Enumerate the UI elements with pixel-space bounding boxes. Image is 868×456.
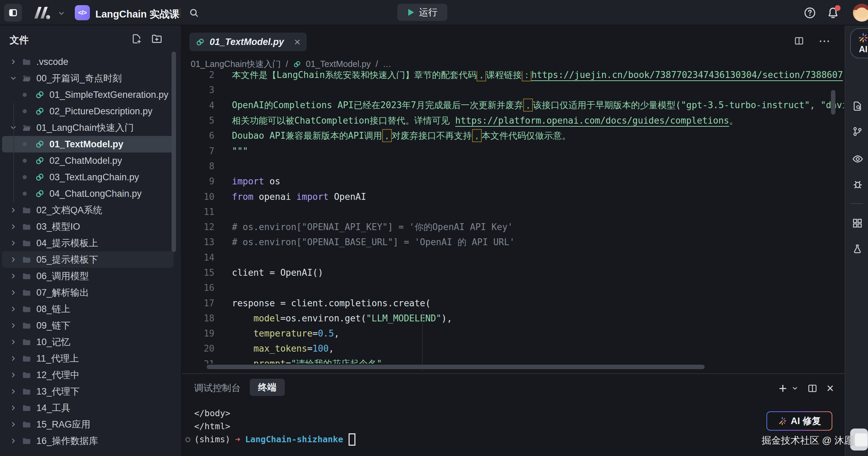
tree-item[interactable]: 03_TextLangChain.py [2, 169, 174, 185]
chevron-down-icon[interactable] [8, 75, 19, 82]
user-avatar[interactable] [853, 4, 868, 22]
chevron-right-icon[interactable] [8, 223, 19, 230]
line-content: response = client.completions.create( [232, 298, 431, 308]
horizontal-scrollbar[interactable] [207, 365, 705, 369]
logo-chevron-down-icon[interactable] [58, 10, 65, 17]
file-search-icon[interactable] [852, 100, 863, 112]
breadcrumb-more[interactable]: … [383, 59, 391, 69]
ai-assistant-button[interactable]: AI [850, 28, 868, 58]
ai-fix-button[interactable]: AI 修复 [766, 411, 832, 431]
chevron-right-icon[interactable] [8, 305, 19, 313]
tree-item[interactable]: 08_链上 [2, 301, 174, 317]
line-content: import os [232, 176, 280, 186]
folder-icon [21, 255, 32, 264]
breadcrumb-file[interactable]: 01_TextModel.py [306, 59, 371, 69]
search-icon[interactable] [189, 8, 199, 18]
tree-item[interactable]: 09_链下 [2, 317, 174, 334]
code-editor[interactable]: 01_TextModel.py × ⋯ 01_LangChain快速入门 / 0… [182, 25, 845, 373]
code-viewport[interactable]: 2本文件是【LangChain系统安装和快速入门】章节的配套代码，课程链接：ht… [182, 71, 844, 364]
chevron-right-icon[interactable] [8, 355, 19, 362]
vertical-scrollbar[interactable] [831, 90, 835, 115]
tree-item[interactable]: 16_操作数据库 [2, 433, 174, 449]
tree-item[interactable]: 02_PictureDescription.py [2, 103, 174, 119]
split-editor-icon[interactable] [794, 36, 804, 46]
folder-glyph [22, 74, 31, 83]
chevron-right-icon[interactable] [8, 404, 19, 412]
breadcrumb-folder[interactable]: 01_LangChain快速入门 [191, 58, 281, 70]
lab-flask-icon[interactable] [852, 243, 863, 255]
code-token: os [264, 176, 280, 186]
chevron-right-icon[interactable] [8, 256, 19, 263]
new-file-icon[interactable] [131, 33, 142, 45]
chevron-right-icon[interactable] [8, 206, 19, 214]
chevron-right-icon[interactable] [8, 388, 19, 395]
tab-close-icon[interactable]: × [294, 36, 301, 47]
close-panel-icon[interactable]: × [826, 382, 834, 395]
run-button[interactable]: 运行 [397, 4, 447, 21]
terminal-chevron-down-icon[interactable] [791, 385, 798, 392]
code-line: 17response = client.completions.create( [182, 295, 844, 310]
code-token: 对废弃接口不再支持 [392, 130, 472, 141]
chevron-right-icon[interactable] [8, 371, 19, 379]
code-token: ， [382, 129, 392, 142]
code-line: 8 [182, 159, 844, 174]
tree-item[interactable]: 05_提示模板下 [2, 251, 174, 268]
project-chevron-down-icon[interactable] [164, 10, 172, 17]
chevron-right-icon[interactable] [8, 421, 19, 428]
preview-eye-icon[interactable] [852, 153, 864, 165]
tree-item[interactable]: 01_TextModel.py [2, 136, 174, 152]
chevron-right-icon[interactable] [8, 338, 19, 346]
tree-item[interactable]: 01_LangChain快速入门 [2, 119, 174, 136]
topbar-divider [180, 8, 180, 18]
extensions-grid-icon[interactable] [852, 218, 863, 229]
chevron-right-icon[interactable] [8, 437, 19, 445]
tree-item[interactable]: .vscode [2, 54, 174, 70]
line-content: from openai import OpenAI [232, 192, 366, 202]
new-terminal-icon[interactable]: + [779, 381, 787, 395]
tree-item[interactable]: 12_代理中 [2, 367, 174, 383]
ai-fix-label: AI 修复 [791, 415, 821, 427]
notifications-button[interactable] [826, 6, 841, 21]
tree-item[interactable]: 03_模型IO [2, 218, 174, 235]
chevron-glyph [10, 338, 17, 346]
tree-item[interactable]: 15_RAG应用 [2, 416, 174, 433]
tree-item[interactable]: 00_开篇词_奇点时刻 [2, 70, 174, 87]
code-token: import [296, 192, 329, 202]
tab-debug-console[interactable]: 调试控制台 [194, 382, 241, 394]
sidebar-scrollbar[interactable] [172, 52, 176, 252]
line-content: max_tokens=100, [232, 343, 334, 354]
tree-item[interactable]: 01_SimpleTextGeneration.py [2, 87, 174, 103]
tree-item[interactable]: 11_代理上 [2, 350, 174, 367]
tree-item[interactable]: 14_工具 [2, 400, 174, 416]
editor-tab[interactable]: 01_TextModel.py × [189, 33, 307, 51]
tab-terminal[interactable]: 终端 [250, 379, 285, 396]
split-panel-icon[interactable] [807, 383, 818, 394]
chevron-right-icon[interactable] [8, 322, 19, 329]
tree-item[interactable]: 04_ChatLongChain.py [2, 185, 174, 202]
tree-item[interactable]: 04_提示模板上 [2, 235, 174, 251]
terminal-output[interactable]: </body></html>(shims)➜LangChain-shizhank… [194, 407, 355, 446]
chevron-glyph [10, 272, 17, 280]
tree-item[interactable]: 07_解析输出 [2, 284, 174, 301]
git-branch-icon[interactable] [852, 126, 863, 137]
code-line: 9import os [182, 174, 844, 189]
tree-item[interactable]: 02_文档QA系统 [2, 202, 174, 218]
folder-glyph [22, 436, 31, 446]
chevron-right-icon[interactable] [8, 58, 19, 66]
more-actions-icon[interactable]: ⋯ [819, 37, 831, 44]
chevron-right-icon[interactable] [8, 239, 19, 247]
tree-item[interactable]: 13_代理下 [2, 383, 174, 400]
app-logo[interactable] [33, 5, 53, 20]
debug-bug-icon[interactable] [852, 179, 864, 190]
tree-item[interactable]: 02_ChatModel.py [2, 152, 174, 169]
chevron-glyph [10, 239, 17, 247]
folder-icon [21, 206, 32, 215]
chevron-right-icon[interactable] [8, 289, 19, 296]
tree-item[interactable]: 06_调用模型 [2, 268, 174, 284]
chevron-right-icon[interactable] [8, 272, 19, 280]
help-icon[interactable] [804, 7, 816, 19]
tree-item[interactable]: 10_记忆 [2, 334, 174, 350]
terminal-cursor[interactable] [349, 433, 355, 446]
new-folder-icon[interactable] [151, 33, 163, 45]
sidebar-toggle-button[interactable] [4, 4, 22, 22]
